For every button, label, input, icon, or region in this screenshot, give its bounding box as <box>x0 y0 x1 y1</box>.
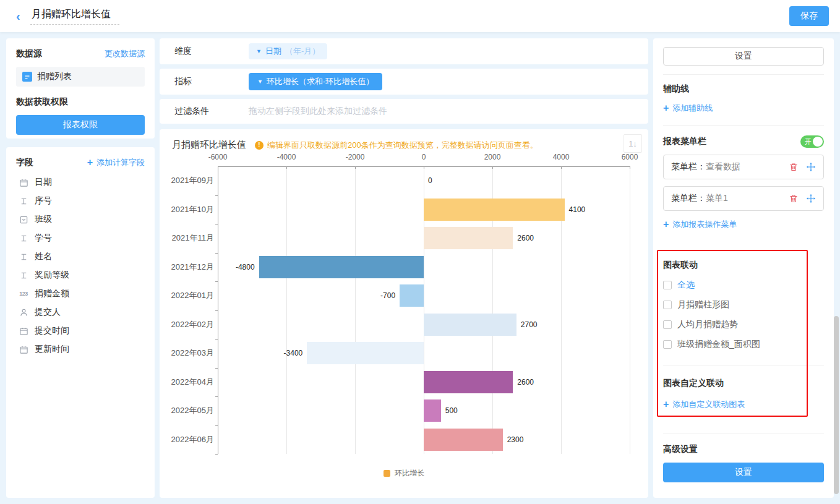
chart-bar[interactable] <box>424 199 565 221</box>
chart-legend[interactable]: 环比增长 <box>160 468 648 479</box>
trash-icon[interactable] <box>789 194 799 203</box>
x-tick-label: -2000 <box>336 153 374 161</box>
permission-title: 数据获取权限 <box>16 96 145 108</box>
add-report-menu-link[interactable]: +添加报表操作菜单 <box>663 219 737 230</box>
metric-tag[interactable]: ▼ 环比增长（求和-环比增长值） <box>249 73 382 90</box>
select-all-row[interactable]: 全选 <box>663 280 824 291</box>
toggle-knob <box>813 137 823 147</box>
menu-item-name: 查看数据 <box>706 161 740 173</box>
x-tick-label: -6000 <box>199 153 236 161</box>
category-label: 2022年04月 <box>160 377 214 388</box>
chart-bar[interactable] <box>424 429 503 451</box>
checkbox[interactable] <box>663 320 672 329</box>
back-icon[interactable]: ‹ <box>16 9 20 23</box>
page-title[interactable]: 月捐赠环比增长值 <box>30 8 119 25</box>
gridline <box>630 166 630 454</box>
field-label: 捐赠金额 <box>35 288 69 299</box>
menu-bar-toggle[interactable]: 开 <box>800 135 824 148</box>
linkage-option-row[interactable]: 人均月捐赠趋势 <box>663 319 824 330</box>
field-item[interactable]: 班级 <box>16 210 145 229</box>
checkbox[interactable] <box>663 301 672 309</box>
field-item[interactable]: 提交时间 <box>16 322 145 340</box>
scrollbar-thumb[interactable] <box>834 316 839 494</box>
change-datasource-link[interactable]: 更改数据源 <box>105 48 145 59</box>
text-icon <box>19 252 28 262</box>
field-list: 日期序号班级学号姓名奖励等级123捐赠金额提交人提交时间更新时间 <box>16 173 145 359</box>
custom-linkage-title: 图表自定义联动 <box>663 378 824 389</box>
axis-tick <box>215 396 218 397</box>
linkage-option-list: 全选月捐赠柱形图人均月捐赠趋势班级捐赠金额_面积图 <box>663 280 824 350</box>
bar-value-label: 0 <box>428 176 432 185</box>
checkbox[interactable] <box>663 340 672 349</box>
chart-settings-button[interactable]: 设置 <box>663 47 824 66</box>
chart-bar[interactable] <box>424 227 513 249</box>
menu-bar-item[interactable]: 菜单栏：查看数据 <box>663 155 824 179</box>
bar-value-label: -4800 <box>236 263 255 271</box>
legend-label: 环比增长 <box>395 468 424 479</box>
axis-tick <box>215 281 218 282</box>
field-item[interactable]: 姓名 <box>16 247 145 266</box>
category-label: 2022年06月 <box>160 434 214 445</box>
legend-swatch <box>384 470 390 477</box>
move-icon[interactable] <box>806 162 816 172</box>
save-button[interactable]: 保存 <box>789 6 829 26</box>
calendar-icon <box>19 177 28 187</box>
divider <box>663 125 824 126</box>
checkbox-label: 全选 <box>677 280 695 291</box>
checkbox[interactable] <box>663 281 672 289</box>
dimension-row: 维度 ▼ 日期 （年-月） <box>160 38 648 64</box>
category-label: 2021年12月 <box>160 262 214 273</box>
chart-bar[interactable] <box>307 342 424 364</box>
move-icon[interactable] <box>806 194 816 203</box>
add-aux-line-link[interactable]: +添加辅助线 <box>663 103 713 114</box>
gridline <box>355 166 356 454</box>
field-item[interactable]: 序号 <box>16 192 145 210</box>
add-calc-field-link[interactable]: +添加计算字段 <box>87 157 145 168</box>
metric-tag-name: 环比增长（求和-环比增长值） <box>267 76 374 87</box>
chart-bar[interactable] <box>424 399 441 422</box>
field-item[interactable]: 奖励等级 <box>16 266 145 284</box>
calendar-icon <box>19 326 28 336</box>
chart-linkage-title: 图表联动 <box>663 260 824 271</box>
field-item[interactable]: 提交人 <box>16 303 145 322</box>
select-icon <box>19 215 28 224</box>
chart-bar[interactable] <box>259 256 424 278</box>
advanced-settings-button[interactable]: 设置 <box>663 463 824 482</box>
axis-tick <box>215 425 218 426</box>
chart-bar[interactable] <box>400 284 424 307</box>
menu-bar-title: 报表菜单栏 <box>663 136 706 147</box>
filter-row[interactable]: 过滤条件 拖动左侧字段到此处来添加过滤条件 <box>160 99 648 124</box>
plus-icon: + <box>663 399 669 410</box>
linkage-option-row[interactable]: 班级捐赠金额_面积图 <box>663 339 824 350</box>
warning-text: 编辑界面只取数据源前200条作为查询数据预览，完整数据请访问页面查看。 <box>267 140 538 151</box>
field-label: 学号 <box>35 233 52 244</box>
add-custom-linkage-link[interactable]: +添加自定义联动图表 <box>663 399 745 410</box>
datasource-item[interactable]: 捐赠列表 <box>16 67 145 87</box>
field-item[interactable]: 123捐赠金额 <box>16 284 145 303</box>
axis-tick <box>215 368 218 369</box>
chart-bar[interactable] <box>424 314 516 336</box>
checkbox-label: 班级捐赠金额_面积图 <box>677 339 760 350</box>
field-label: 日期 <box>35 177 52 188</box>
category-label: 2022年01月 <box>160 290 214 301</box>
preview-warning: ! 编辑界面只取数据源前200条作为查询数据预览，完整数据请访问页面查看。 <box>255 140 538 151</box>
trash-icon[interactable] <box>789 162 799 172</box>
gridline <box>286 166 287 454</box>
dimension-tag[interactable]: ▼ 日期 （年-月） <box>249 43 327 59</box>
settings-panel: 设置 辅助线 +添加辅助线 报表菜单栏 开 菜单栏：查看数据菜单栏：菜单1 +添… <box>653 38 834 498</box>
datasource-panel: 数据源 更改数据源 捐赠列表 数据获取权限 报表权限 <box>6 38 155 139</box>
field-item[interactable]: 日期 <box>16 173 145 192</box>
menu-bar-item[interactable]: 菜单栏：菜单1 <box>663 186 824 211</box>
plus-icon: + <box>663 219 669 230</box>
datasource-item-label: 捐赠列表 <box>37 71 72 82</box>
field-item[interactable]: 更新时间 <box>16 340 145 359</box>
chart-title: 月捐赠环比增长值 <box>172 139 246 151</box>
chart-bar[interactable] <box>424 371 513 393</box>
linkage-option-row[interactable]: 月捐赠柱形图 <box>663 299 824 310</box>
y-axis-line <box>218 166 218 454</box>
field-item[interactable]: 学号 <box>16 229 145 247</box>
text-icon <box>19 270 28 280</box>
report-permission-button[interactable]: 报表权限 <box>16 115 145 135</box>
checkbox-label: 人均月捐赠趋势 <box>677 319 738 330</box>
x-tick-label: 0 <box>405 153 442 161</box>
